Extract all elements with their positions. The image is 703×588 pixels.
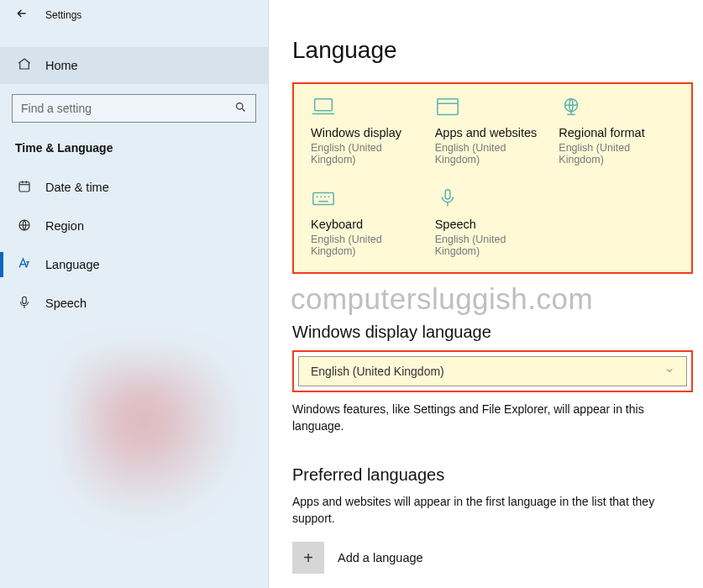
- keyboard-icon: [311, 187, 336, 209]
- main-content: Language Windows display English (United…: [269, 0, 703, 588]
- titlebar: Settings: [0, 0, 268, 30]
- tile-title: Windows display: [311, 126, 427, 139]
- display-language-highlight: English (United Kingdom): [292, 350, 693, 392]
- nav: Date & time Region Language: [0, 168, 268, 323]
- nav-home-label: Home: [45, 59, 78, 72]
- display-language-select[interactable]: English (United Kingdom): [298, 356, 687, 386]
- svg-rect-3: [23, 297, 27, 303]
- window-icon: [435, 96, 460, 118]
- sidebar-item-speech[interactable]: Speech: [0, 284, 268, 323]
- sidebar-item-language[interactable]: Language: [0, 245, 268, 284]
- add-language-label: Add a language: [338, 551, 423, 564]
- page-title: Language: [292, 37, 693, 64]
- nav-home[interactable]: Home: [0, 47, 268, 84]
- search-icon: [234, 101, 247, 117]
- language-icon: [17, 256, 32, 274]
- globe-stand-icon: [559, 96, 584, 118]
- laptop-icon: [311, 96, 336, 118]
- home-icon: [17, 56, 32, 75]
- preferred-languages-help: Apps and websites will appear in the fir…: [292, 493, 662, 528]
- sidebar: Settings Home Time & Language: [0, 0, 269, 588]
- language-overview-box: Windows display English (United Kingdom)…: [292, 82, 693, 274]
- tile-apps-websites[interactable]: Apps and websites English (United Kingdo…: [435, 96, 551, 165]
- sidebar-item-label: Region: [45, 219, 84, 233]
- sidebar-item-label: Date & time: [45, 181, 109, 194]
- svg-rect-1: [19, 181, 29, 191]
- display-language-help: Windows features, like Settings and File…: [292, 401, 662, 435]
- search-input[interactable]: [12, 94, 256, 123]
- watermark-text: computersluggish.com: [291, 282, 693, 316]
- add-language-button[interactable]: + Add a language: [292, 542, 693, 574]
- svg-rect-5: [437, 99, 457, 115]
- tile-keyboard[interactable]: Keyboard English (United Kingdom): [311, 187, 427, 257]
- display-language-heading: Windows display language: [292, 323, 693, 342]
- sidebar-item-region[interactable]: Region: [0, 207, 268, 245]
- tile-regional-format[interactable]: Regional format English (United Kingdom): [559, 96, 674, 165]
- tile-subtitle: English (United Kingdom): [559, 142, 674, 165]
- tile-speech[interactable]: Speech English (United Kingdom): [435, 187, 551, 257]
- decorative-blur: [76, 361, 244, 512]
- tile-title: Apps and websites: [435, 126, 551, 139]
- tile-subtitle: English (United Kingdom): [435, 142, 551, 165]
- sidebar-item-date-time[interactable]: Date & time: [0, 168, 268, 207]
- back-icon[interactable]: [15, 7, 29, 24]
- tile-subtitle: English (United Kingdom): [435, 234, 551, 257]
- chevron-down-icon: [664, 365, 674, 378]
- sidebar-section-header: Time & Language: [0, 123, 268, 161]
- clock-icon: [17, 179, 32, 197]
- plus-icon: +: [292, 542, 324, 574]
- sidebar-item-label: Language: [45, 258, 100, 271]
- globe-icon: [17, 218, 32, 235]
- display-language-value: English (United Kingdom): [311, 365, 444, 378]
- app-title: Settings: [45, 9, 81, 21]
- svg-rect-4: [315, 99, 333, 111]
- tile-title: Regional format: [559, 126, 674, 139]
- tile-windows-display[interactable]: Windows display English (United Kingdom): [311, 96, 427, 165]
- tile-subtitle: English (United Kingdom): [311, 234, 427, 257]
- svg-rect-8: [445, 190, 450, 199]
- svg-point-0: [237, 102, 244, 109]
- svg-rect-7: [313, 192, 333, 204]
- microphone-icon: [435, 187, 460, 209]
- tile-title: Keyboard: [311, 218, 427, 231]
- tile-title: Speech: [435, 218, 551, 231]
- search-field[interactable]: [21, 102, 234, 115]
- preferred-languages-heading: Preferred languages: [292, 465, 693, 485]
- microphone-icon: [17, 295, 32, 312]
- tile-subtitle: English (United Kingdom): [311, 142, 427, 165]
- sidebar-item-label: Speech: [45, 297, 87, 310]
